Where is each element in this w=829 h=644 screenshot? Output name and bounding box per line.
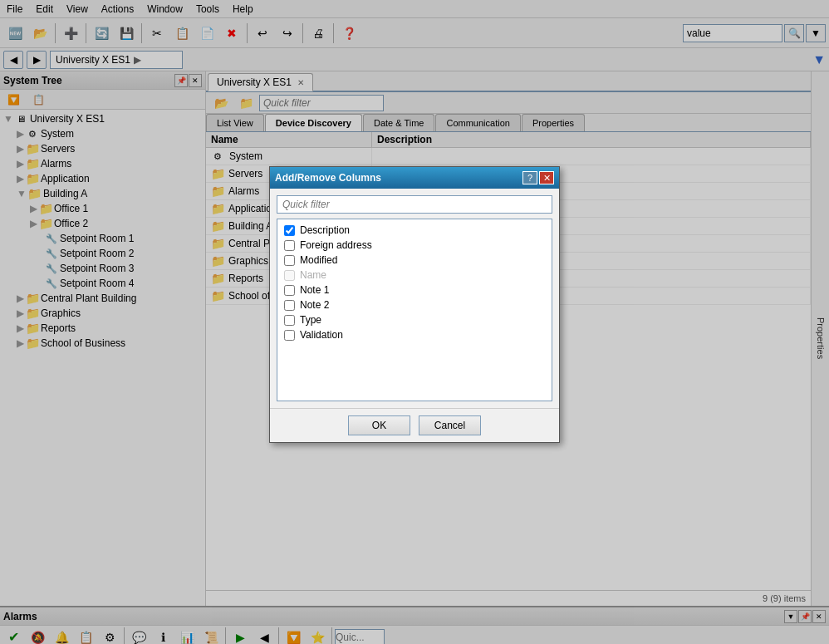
modal-title-btns: ? ✕: [522, 171, 554, 184]
col-foreign-address-label: Foreign address: [300, 239, 372, 251]
modal-footer: OK Cancel: [270, 408, 559, 442]
modal-title-bar: Add/Remove Columns ? ✕: [270, 167, 559, 189]
col-note1-checkbox[interactable]: [284, 285, 295, 296]
modal-help-button[interactable]: ?: [522, 171, 537, 184]
modal-col-name[interactable]: Name: [281, 268, 548, 283]
col-note1-label: Note 1: [300, 284, 329, 296]
col-type-checkbox[interactable]: [284, 315, 295, 326]
modal-content: Description Foreign address Modified Nam…: [270, 189, 559, 408]
modal-col-type[interactable]: Type: [281, 312, 548, 327]
col-note2-checkbox[interactable]: [284, 300, 295, 311]
col-name-checkbox: [284, 270, 295, 281]
modal-col-validation[interactable]: Validation: [281, 327, 548, 342]
col-description-label: Description: [300, 224, 350, 236]
col-modified-checkbox[interactable]: [284, 255, 295, 266]
modal-title-text: Add/Remove Columns: [275, 172, 381, 184]
modal-cancel-button[interactable]: Cancel: [419, 415, 481, 435]
modal-col-modified[interactable]: Modified: [281, 253, 548, 268]
modal-close-button[interactable]: ✕: [539, 171, 554, 184]
col-validation-label: Validation: [300, 329, 343, 341]
col-description-checkbox[interactable]: [284, 225, 295, 236]
modal-col-description[interactable]: Description: [281, 223, 548, 238]
col-name-label: Name: [300, 269, 326, 281]
col-note2-label: Note 2: [300, 299, 329, 311]
add-remove-columns-dialog: Add/Remove Columns ? ✕ Description Forei…: [269, 166, 560, 443]
modal-overlay: Add/Remove Columns ? ✕ Description Forei…: [0, 0, 829, 644]
col-modified-label: Modified: [300, 254, 337, 266]
modal-col-foreign-address[interactable]: Foreign address: [281, 238, 548, 253]
modal-col-note1[interactable]: Note 1: [281, 283, 548, 297]
col-type-label: Type: [300, 314, 321, 326]
modal-col-note2[interactable]: Note 2: [281, 297, 548, 312]
col-foreign-address-checkbox[interactable]: [284, 240, 295, 251]
modal-ok-button[interactable]: OK: [348, 415, 410, 435]
col-validation-checkbox[interactable]: [284, 330, 295, 341]
modal-filter-input[interactable]: [277, 195, 552, 214]
modal-column-list: Description Foreign address Modified Nam…: [277, 219, 552, 401]
